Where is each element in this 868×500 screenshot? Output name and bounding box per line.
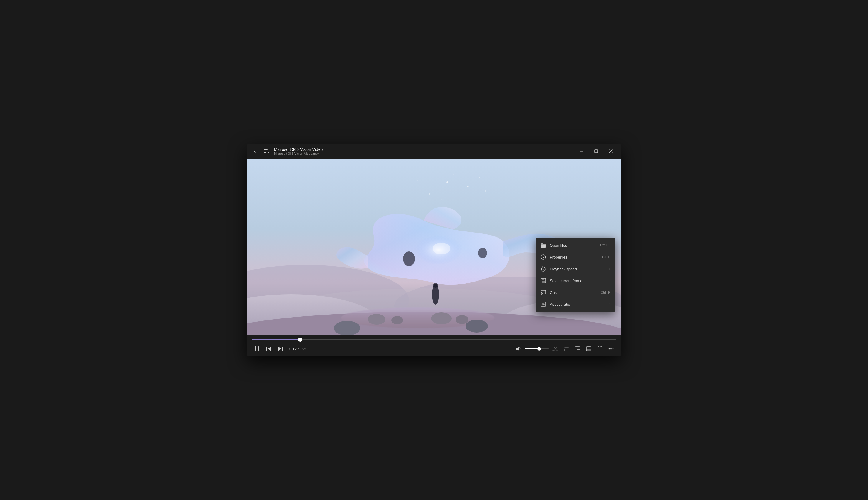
svg-point-32 <box>453 174 454 175</box>
video-area[interactable]: Open files Ctrl+O Properties Ctrl+I <box>247 159 621 336</box>
volume-button[interactable] <box>513 343 524 354</box>
window-title: Microsoft 365 Vision Video <box>274 147 323 152</box>
svg-rect-58 <box>255 346 256 351</box>
back-button[interactable] <box>251 147 259 156</box>
repeat-button[interactable] <box>561 343 571 354</box>
shuffle-button[interactable] <box>550 343 560 354</box>
svg-rect-67 <box>586 349 591 351</box>
svg-point-30 <box>429 193 430 195</box>
svg-marker-60 <box>268 347 271 351</box>
volume-track[interactable] <box>525 348 548 349</box>
aspect-icon <box>540 301 546 307</box>
svg-point-20 <box>334 321 360 336</box>
playback-speed-label: Playback speed <box>550 267 606 271</box>
progress-fill <box>252 339 300 340</box>
svg-point-18 <box>431 312 452 324</box>
menu-item-save-frame[interactable]: Save current frame <box>536 275 615 286</box>
cast-label: Cast <box>550 291 597 295</box>
title-info: Microsoft 365 Vision Video Microsoft 365… <box>274 147 323 155</box>
folder-icon <box>540 242 546 248</box>
properties-shortcut: Ctrl+I <box>602 255 611 259</box>
volume-fill <box>525 348 539 349</box>
svg-rect-65 <box>578 349 580 350</box>
skip-back-button[interactable] <box>263 343 274 354</box>
open-files-label: Open files <box>550 243 597 248</box>
svg-rect-63 <box>282 347 283 351</box>
svg-point-56 <box>541 294 542 295</box>
close-button[interactable] <box>604 147 617 156</box>
svg-point-42 <box>433 283 438 288</box>
svg-rect-53 <box>542 278 544 280</box>
open-files-shortcut: Ctrl+O <box>600 243 611 247</box>
titlebar: Microsoft 365 Vision Video Microsoft 365… <box>247 144 621 159</box>
miniplayer-button[interactable] <box>583 343 594 354</box>
minimize-button[interactable] <box>575 147 588 156</box>
svg-point-39 <box>478 248 487 258</box>
skip-forward-button[interactable] <box>275 343 286 354</box>
menu-item-open-files[interactable]: Open files Ctrl+O <box>536 239 615 251</box>
more-button[interactable] <box>606 343 616 354</box>
svg-point-38 <box>403 251 415 266</box>
svg-point-46 <box>543 256 544 257</box>
volume-area <box>513 343 548 354</box>
context-menu: Open files Ctrl+O Properties Ctrl+I <box>536 238 615 312</box>
svg-rect-54 <box>542 281 545 283</box>
cast-icon <box>540 289 546 295</box>
maximize-button[interactable] <box>589 147 603 156</box>
controls-bar: 0:12 / 1:30 <box>247 336 621 356</box>
app-window: Microsoft 365 Vision Video Microsoft 365… <box>247 144 621 356</box>
progress-row <box>252 336 616 341</box>
right-controls <box>550 343 616 354</box>
window-subtitle: Microsoft 365 Vision Video.mp4 <box>274 152 323 155</box>
svg-rect-45 <box>543 257 544 258</box>
svg-point-36 <box>479 178 480 178</box>
svg-rect-59 <box>257 346 259 351</box>
svg-point-68 <box>609 348 610 349</box>
pip-button[interactable] <box>572 343 583 354</box>
svg-rect-61 <box>266 347 267 351</box>
svg-rect-2 <box>264 152 266 153</box>
cast-shortcut: Ctrl+K <box>601 291 611 295</box>
properties-label: Properties <box>550 255 599 259</box>
menu-item-properties[interactable]: Properties Ctrl+I <box>536 251 615 263</box>
time-display: 0:12 / 1:30 <box>289 347 307 351</box>
svg-rect-1 <box>264 151 267 151</box>
save-icon <box>540 278 546 284</box>
svg-point-17 <box>391 316 403 324</box>
volume-thumb[interactable] <box>537 347 541 351</box>
svg-point-35 <box>441 200 442 201</box>
progress-track[interactable] <box>252 339 616 340</box>
aspect-ratio-label: Aspect ratio <box>550 302 606 307</box>
titlebar-left: Microsoft 365 Vision Video Microsoft 365… <box>251 147 575 156</box>
fullscreen-button[interactable] <box>594 343 605 354</box>
menu-item-aspect-ratio[interactable]: Aspect ratio › <box>536 298 615 310</box>
menu-item-cast[interactable]: Cast Ctrl+K <box>536 286 615 298</box>
svg-marker-62 <box>278 347 281 351</box>
svg-point-69 <box>611 348 612 349</box>
save-frame-label: Save current frame <box>550 279 607 283</box>
info-icon <box>540 254 546 260</box>
svg-point-40 <box>432 243 450 254</box>
speed-icon <box>540 266 546 272</box>
aspect-ratio-arrow: › <box>609 302 611 306</box>
svg-point-33 <box>417 180 418 181</box>
playlist-button[interactable] <box>262 147 271 156</box>
svg-rect-0 <box>264 149 267 150</box>
svg-point-21 <box>465 320 488 332</box>
svg-rect-55 <box>541 291 546 294</box>
svg-rect-4 <box>580 151 583 151</box>
svg-rect-5 <box>594 150 598 153</box>
svg-marker-3 <box>268 151 269 153</box>
menu-item-playback-speed[interactable]: Playback speed › <box>536 263 615 275</box>
buttons-row: 0:12 / 1:30 <box>252 341 616 356</box>
progress-thumb[interactable] <box>298 338 302 342</box>
svg-point-34 <box>485 191 486 192</box>
svg-point-16 <box>368 314 385 325</box>
pause-button[interactable] <box>252 343 262 354</box>
window-controls <box>575 147 617 156</box>
svg-point-70 <box>613 348 614 349</box>
svg-point-49 <box>543 269 544 270</box>
svg-point-19 <box>455 315 468 324</box>
svg-point-31 <box>467 186 469 188</box>
svg-point-29 <box>447 181 448 183</box>
